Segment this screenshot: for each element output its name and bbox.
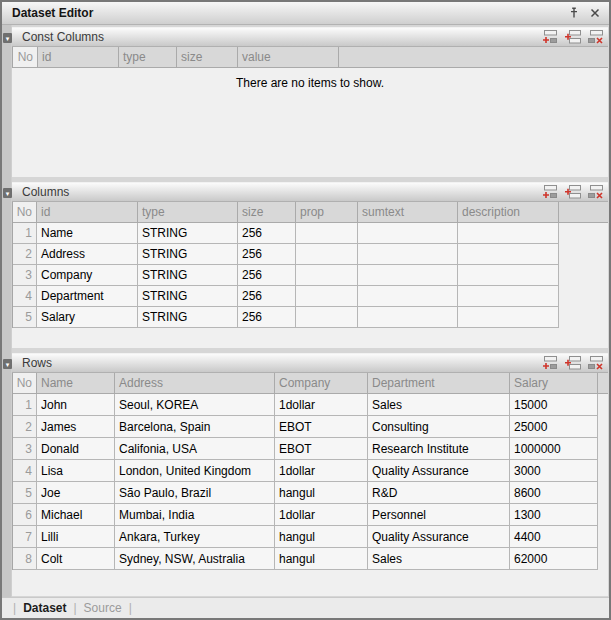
- data-cell[interactable]: STRING: [138, 286, 238, 307]
- data-cell[interactable]: Mumbai, India: [115, 504, 275, 526]
- data-cell[interactable]: Consulting: [368, 416, 510, 438]
- row-number-cell[interactable]: 5: [13, 307, 37, 328]
- data-cell[interactable]: Address: [37, 244, 138, 265]
- add-item-button[interactable]: [540, 185, 558, 200]
- data-cell[interactable]: STRING: [138, 265, 238, 286]
- insert-item-button[interactable]: [563, 30, 581, 45]
- column-header-no[interactable]: No: [13, 47, 38, 68]
- data-cell[interactable]: 62000: [510, 548, 598, 570]
- data-cell[interactable]: Sydney, NSW, Australia: [115, 548, 275, 570]
- data-cell[interactable]: Seoul, KOREA: [115, 394, 275, 416]
- row-number-cell[interactable]: 1: [13, 223, 37, 244]
- data-cell[interactable]: 256: [238, 286, 296, 307]
- data-cell[interactable]: [296, 265, 358, 286]
- data-cell[interactable]: Sales: [368, 548, 510, 570]
- add-item-button[interactable]: [540, 356, 558, 371]
- column-header-size[interactable]: size: [238, 202, 296, 223]
- chevron-down-icon[interactable]: ▾: [3, 188, 12, 198]
- data-cell[interactable]: Joe: [37, 482, 115, 504]
- chevron-down-icon[interactable]: ▾: [3, 33, 12, 43]
- data-cell[interactable]: Barcelona, Spain: [115, 416, 275, 438]
- column-header-name[interactable]: Name: [37, 373, 115, 394]
- data-cell[interactable]: 256: [238, 265, 296, 286]
- column-header-id[interactable]: id: [37, 202, 138, 223]
- data-cell[interactable]: Company: [37, 265, 138, 286]
- chevron-down-icon[interactable]: ▾: [3, 359, 12, 369]
- columns-header[interactable]: ▾ Columns: [12, 182, 608, 202]
- data-cell[interactable]: Colt: [37, 548, 115, 570]
- tab-dataset[interactable]: Dataset: [23, 601, 66, 615]
- row-number-cell[interactable]: 1: [13, 394, 37, 416]
- delete-item-button[interactable]: [586, 185, 604, 200]
- data-cell[interactable]: [296, 244, 358, 265]
- data-cell[interactable]: London, United Kingdom: [115, 460, 275, 482]
- data-cell[interactable]: hangul: [275, 482, 368, 504]
- row-number-cell[interactable]: 4: [13, 460, 37, 482]
- column-header-id[interactable]: id: [38, 47, 119, 68]
- data-cell[interactable]: 256: [238, 307, 296, 328]
- data-cell[interactable]: 1300: [510, 504, 598, 526]
- data-cell[interactable]: Name: [37, 223, 138, 244]
- row-number-cell[interactable]: 3: [13, 265, 37, 286]
- data-cell[interactable]: Quality Assurance: [368, 460, 510, 482]
- data-cell[interactable]: [458, 265, 559, 286]
- data-cell[interactable]: 256: [238, 223, 296, 244]
- data-cell[interactable]: [458, 223, 559, 244]
- column-header-filler[interactable]: [598, 373, 608, 394]
- data-cell[interactable]: [296, 223, 358, 244]
- data-cell[interactable]: Ankara, Turkey: [115, 526, 275, 548]
- data-cell[interactable]: Department: [37, 286, 138, 307]
- row-number-cell[interactable]: 4: [13, 286, 37, 307]
- data-cell[interactable]: [358, 286, 458, 307]
- data-cell[interactable]: Califonia, USA: [115, 438, 275, 460]
- row-number-cell[interactable]: 5: [13, 482, 37, 504]
- data-cell[interactable]: Quality Assurance: [368, 526, 510, 548]
- delete-item-button[interactable]: [586, 30, 604, 45]
- column-header-sumtext[interactable]: sumtext: [358, 202, 458, 223]
- data-cell[interactable]: 25000: [510, 416, 598, 438]
- row-number-cell[interactable]: 2: [13, 244, 37, 265]
- data-cell[interactable]: Sales: [368, 394, 510, 416]
- column-header-type[interactable]: type: [119, 47, 177, 68]
- data-cell[interactable]: 15000: [510, 394, 598, 416]
- data-cell[interactable]: 1dollar: [275, 394, 368, 416]
- data-cell[interactable]: EBOT: [275, 438, 368, 460]
- close-button[interactable]: [588, 6, 602, 20]
- data-cell[interactable]: STRING: [138, 223, 238, 244]
- data-cell[interactable]: [358, 265, 458, 286]
- row-number-cell[interactable]: 8: [13, 548, 37, 570]
- row-number-cell[interactable]: 3: [13, 438, 37, 460]
- data-cell[interactable]: [458, 307, 559, 328]
- data-cell[interactable]: hangul: [275, 526, 368, 548]
- column-header-value[interactable]: value: [238, 47, 339, 68]
- data-cell[interactable]: John: [37, 394, 115, 416]
- data-cell[interactable]: Lilli: [37, 526, 115, 548]
- data-cell[interactable]: São Paulo, Brazil: [115, 482, 275, 504]
- data-cell[interactable]: 256: [238, 244, 296, 265]
- insert-item-button[interactable]: [563, 185, 581, 200]
- delete-item-button[interactable]: [586, 356, 604, 371]
- column-header-size[interactable]: size: [177, 47, 238, 68]
- data-cell[interactable]: 1dollar: [275, 504, 368, 526]
- data-cell[interactable]: EBOT: [275, 416, 368, 438]
- data-cell[interactable]: Michael: [37, 504, 115, 526]
- column-header-company[interactable]: Company: [275, 373, 368, 394]
- data-cell[interactable]: [358, 223, 458, 244]
- column-header-filler[interactable]: [559, 202, 608, 223]
- data-cell[interactable]: [458, 286, 559, 307]
- column-header-description[interactable]: description: [458, 202, 559, 223]
- tab-source[interactable]: Source: [84, 601, 122, 615]
- pin-button[interactable]: [567, 6, 581, 20]
- column-header-prop[interactable]: prop: [296, 202, 358, 223]
- column-header-no[interactable]: No: [13, 202, 37, 223]
- const-columns-header[interactable]: ▾ Const Columns: [12, 27, 608, 47]
- rows-header[interactable]: ▾ Rows: [12, 353, 608, 373]
- data-cell[interactable]: Lisa: [37, 460, 115, 482]
- column-header-no[interactable]: No: [13, 373, 37, 394]
- data-cell[interactable]: [358, 307, 458, 328]
- data-cell[interactable]: Donald: [37, 438, 115, 460]
- add-item-button[interactable]: [540, 30, 558, 45]
- row-number-cell[interactable]: 2: [13, 416, 37, 438]
- data-cell[interactable]: 1dollar: [275, 460, 368, 482]
- data-cell[interactable]: 8600: [510, 482, 598, 504]
